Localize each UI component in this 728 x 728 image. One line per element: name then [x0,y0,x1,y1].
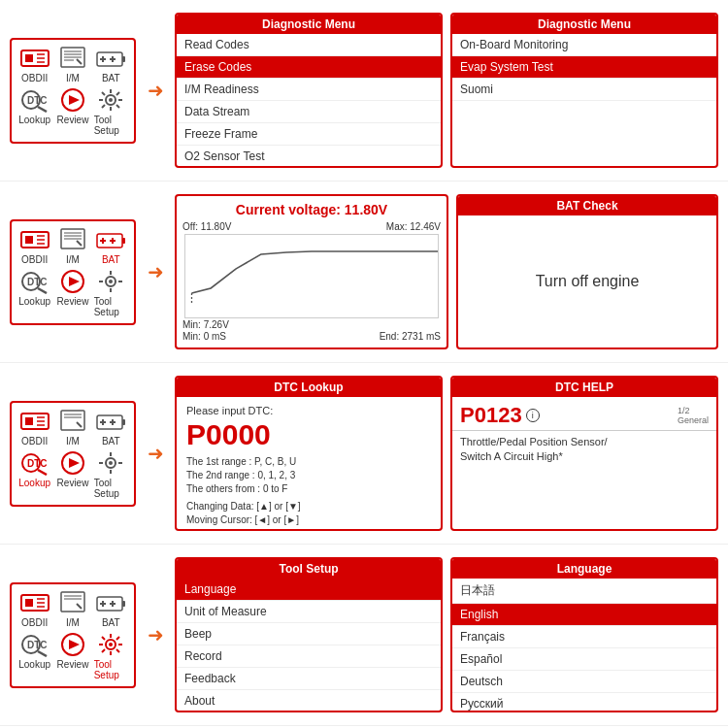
bat-icon-4 [95,590,126,615]
dev-im-label-3: I/M [66,436,80,447]
review-icon-2 [57,269,88,294]
menu-item-1-5[interactable]: O2 Sensor Test [177,146,441,168]
lang-item-3[interactable]: Español [452,648,716,671]
dev-bat-2[interactable]: BAT [94,227,128,265]
svg-line-113 [116,649,119,652]
device-panel-4: OBDII I/M [10,582,136,688]
tool-setup-item-5[interactable]: About [177,690,441,712]
review-icon-3 [57,450,88,476]
lookup-icon-3: DTC [19,450,50,476]
dev-lookup-label-1: Lookup [18,115,50,125]
lang-item-5[interactable]: Русский [452,693,716,712]
dev-im-1[interactable]: I/M [55,46,89,83]
menu-item-1-0[interactable]: Read Codes [177,34,441,56]
dtc-content: Please input DTC: P0000 The 1st range : … [177,397,441,531]
dev-im-label-1: I/M [66,73,80,83]
dtc-hint7: Confirmation: ENTER [186,527,431,531]
svg-rect-12 [122,56,125,62]
bat-icon-3 [95,409,126,434]
dev-lookup-2[interactable]: DTC Lookup [17,269,51,317]
dtc-help-panel: DTC HELP P0123 i 1/2General Throttle/Ped… [450,376,718,531]
lang-item-1[interactable]: English [452,604,716,626]
im-icon-2 [57,227,88,252]
dev-lookup-3[interactable]: DTC Lookup [17,450,51,499]
dtc-help-desc: Throttle/Pedal Position Sensor/Switch A … [452,431,716,469]
toolsetup-icon-2 [95,269,126,294]
dev-review-label-3: Review [57,478,89,488]
dev-obdii-3[interactable]: OBDII [17,409,51,447]
dev-bat-1[interactable]: BAT [94,46,128,83]
svg-line-94 [77,604,82,609]
lookup-icon-4: DTC [19,632,50,657]
obdii-icon-3 [19,409,50,434]
dev-lookup-1[interactable]: DTC Lookup [17,87,51,136]
dev-bat-4[interactable]: BAT [94,590,128,628]
menu-item-1-2[interactable]: I/M Readiness [177,79,441,101]
dev-toolsetup-4[interactable]: Tool Setup [94,632,128,680]
dtc-hint6: Moving Cursor: [◄] or [►] [186,513,431,527]
dev-obdii-label-4: OBDII [21,617,48,628]
tool-setup-item-3[interactable]: Record [177,645,441,668]
arrow-3: ➜ [136,442,175,465]
im-icon-4 [57,590,88,615]
dev-bat-label-1: BAT [102,73,120,83]
dev-review-1[interactable]: Review [55,87,89,136]
diag-menu-header-2: Diagnostic Menu [452,15,716,34]
dev-obdii-4[interactable]: OBDII [17,590,51,628]
row-3: OBDII I/M [0,363,728,545]
dev-review-2[interactable]: Review [55,269,89,317]
im-icon-1 [57,46,88,71]
bat-end-x: End: 2731 mS [380,331,441,342]
tool-setup-item-4[interactable]: Feedback [177,668,441,690]
svg-line-30 [116,92,119,95]
dtc-code: P0000 [186,418,431,451]
bat-min-x: Min: 0 mS [182,331,226,342]
svg-line-103 [38,651,47,656]
dev-toolsetup-3[interactable]: Tool Setup [94,450,128,499]
svg-line-29 [116,105,119,108]
dev-im-3[interactable]: I/M [55,409,89,447]
menu-item-r-2[interactable]: Suomi [452,79,716,101]
diag-menu-header-1: Diagnostic Menu [177,15,441,34]
obdii-icon [19,46,50,71]
dev-im-4[interactable]: I/M [55,590,89,628]
svg-line-115 [102,649,105,652]
svg-line-77 [38,470,47,475]
tool-setup-item-1[interactable]: Unit of Measure [177,601,441,623]
bat-icon-2 [95,227,126,252]
setup-panels: Tool Setup Language Unit of Measure Beep… [175,557,718,712]
menu-item-1-4[interactable]: Freeze Frame [177,123,441,146]
svg-rect-33 [25,236,33,244]
svg-rect-87 [25,599,33,607]
info-icon: i [526,409,540,422]
lang-item-0[interactable]: 日本語 [452,579,716,604]
dev-obdii-1[interactable]: OBDII [17,46,51,83]
obdii-icon-4 [19,590,50,615]
language-panel: Language 日本語 English Français Español De… [450,557,718,712]
arrow-2: ➜ [136,260,175,283]
svg-line-28 [102,92,105,95]
dev-obdii-2[interactable]: OBDII [17,227,51,265]
dev-review-3[interactable]: Review [55,450,89,499]
lang-item-2[interactable]: Français [452,626,716,648]
tool-setup-item-0[interactable]: Language [177,579,441,601]
dtc-help-code-row: P0123 i 1/2General [452,397,716,431]
svg-point-81 [109,461,113,465]
svg-marker-52 [69,277,80,286]
dev-im-2[interactable]: I/M [55,227,89,265]
dev-toolsetup-label-3: Tool Setup [94,478,128,499]
dtc-hint2: The 2nd range : 0, 1, 2, 3 [186,469,431,482]
menu-item-r-1[interactable]: Evap System Test [452,56,716,79]
menu-item-1-3[interactable]: Data Stream [177,101,441,123]
lang-item-4[interactable]: Deutsch [452,671,716,693]
menu-item-1-1[interactable]: Erase Codes [177,56,441,79]
dev-review-4[interactable]: Review [55,632,89,680]
dev-bat-label-4: BAT [102,617,120,628]
dev-toolsetup-2[interactable]: Tool Setup [94,269,128,317]
bat-max: Max: 12.46V [386,221,441,232]
dev-toolsetup-1[interactable]: Tool Setup [94,87,128,136]
dev-lookup-4[interactable]: DTC Lookup [17,632,51,680]
tool-setup-item-2[interactable]: Beep [177,623,441,645]
dev-bat-3[interactable]: BAT [94,409,128,447]
menu-item-r-0[interactable]: On-Board Monitoring [452,34,716,56]
